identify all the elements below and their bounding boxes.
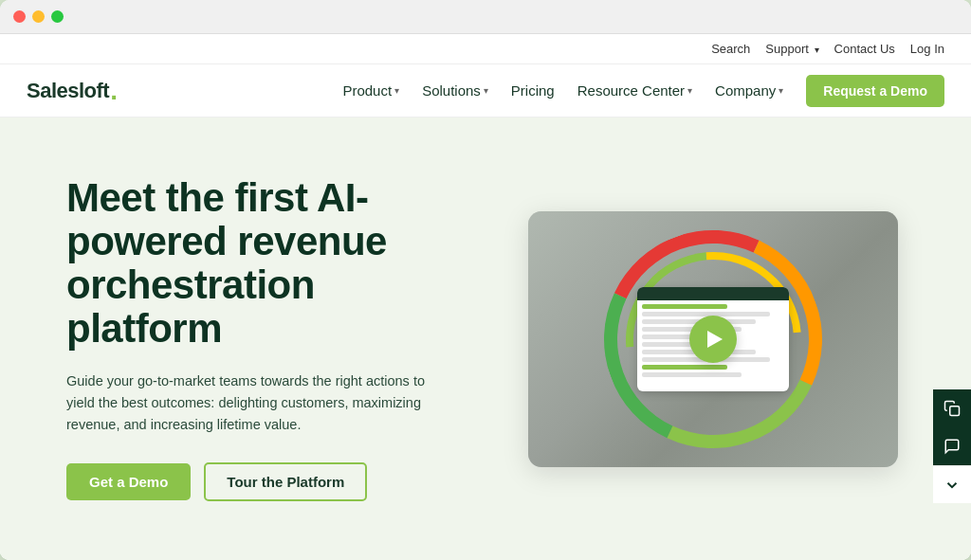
nav-item-solutions[interactable]: Solutions ▾ (412, 77, 498, 104)
get-demo-button[interactable]: Get a Demo (66, 463, 191, 500)
screen-row (642, 312, 770, 316)
hero-section: Meet the first AI-powered revenue orches… (0, 117, 971, 560)
company-chevron-icon: ▾ (779, 85, 783, 96)
utility-login-link[interactable]: Log In (910, 42, 944, 56)
hero-buttons: Get a Demo Tour the Platform (66, 462, 465, 501)
support-chevron-icon: ▾ (815, 45, 819, 55)
nav-item-resource-center[interactable]: Resource Center ▾ (568, 77, 702, 104)
svg-rect-0 (950, 406, 960, 416)
resource-center-chevron-icon: ▾ (687, 85, 692, 96)
copy-sidebar-button[interactable] (933, 389, 971, 427)
video-card (528, 211, 898, 467)
hero-visual (503, 211, 924, 467)
nav-item-pricing[interactable]: Pricing (502, 77, 564, 104)
tour-platform-button[interactable]: Tour the Platform (204, 462, 367, 501)
traffic-light-green[interactable] (51, 10, 64, 23)
hero-heading: Meet the first AI-powered revenue orches… (66, 176, 465, 352)
utility-support-link[interactable]: Support ▾ (765, 42, 818, 56)
utility-contact-link[interactable]: Contact Us (834, 42, 895, 56)
hero-subtext: Guide your go-to-market teams towards th… (66, 370, 427, 437)
play-icon (707, 331, 723, 348)
product-chevron-icon: ▾ (394, 85, 399, 96)
page-content: Search Support ▾ Contact Us Log In Sales… (0, 34, 971, 560)
request-demo-button[interactable]: Request a Demo (806, 75, 944, 107)
solutions-chevron-icon: ▾ (484, 85, 488, 96)
chat-icon (944, 438, 961, 455)
copy-icon (944, 400, 961, 417)
chat-sidebar-button[interactable] (933, 427, 971, 465)
screen-row (642, 304, 727, 309)
nav-item-product[interactable]: Product ▾ (333, 77, 409, 104)
utility-search-link[interactable]: Search (711, 42, 750, 56)
utility-bar: Search Support ▾ Contact Us Log In (0, 34, 971, 64)
screen-row (642, 372, 742, 377)
traffic-light-yellow[interactable] (32, 10, 45, 23)
chevron-down-icon (944, 477, 961, 494)
right-sidebar (933, 389, 971, 503)
nav-item-company[interactable]: Company ▾ (705, 77, 793, 104)
browser-titlebar (0, 0, 971, 34)
video-background (528, 211, 898, 467)
traffic-light-red[interactable] (13, 10, 26, 23)
logo[interactable]: Salesloft. (27, 79, 117, 103)
screen-topbar (637, 287, 789, 300)
hero-text: Meet the first AI-powered revenue orches… (66, 176, 465, 501)
browser-window: Search Support ▾ Contact Us Log In Sales… (0, 0, 971, 560)
screen-row (642, 365, 727, 370)
nav-links: Product ▾ Solutions ▾ Pricing Resource C… (333, 75, 944, 107)
scroll-down-button[interactable] (933, 465, 971, 503)
main-nav: Salesloft. Product ▾ Solutions ▾ Pricing… (0, 64, 971, 117)
play-button[interactable] (689, 316, 737, 363)
